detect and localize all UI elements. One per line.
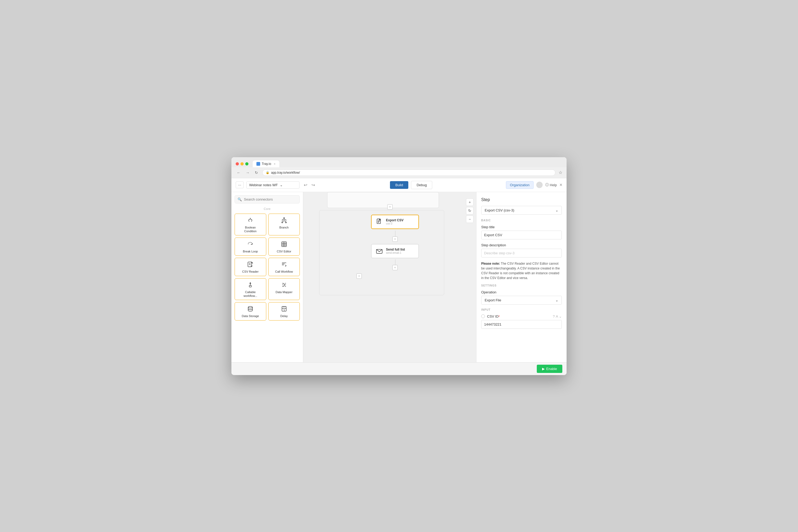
search-box[interactable]: 🔍 <box>234 195 300 204</box>
svg-rect-4 <box>282 242 286 247</box>
connector-card-data-storage[interactable]: Data Storage <box>234 302 266 320</box>
connector-card-call-workflow[interactable]: Call Workflow <box>268 258 300 276</box>
help-icon: ⓘ <box>545 183 549 187</box>
data-storage-label: Data Storage <box>242 314 259 318</box>
branch-label: Branch <box>279 226 289 229</box>
bookmark-button[interactable]: ☆ <box>558 170 562 175</box>
zoom-in-button[interactable]: + <box>466 198 474 206</box>
connector-grid: BooleanCondition Branch <box>234 214 300 321</box>
canvas-area[interactable]: + Export CSV csv-3 <box>303 192 476 362</box>
traffic-lights <box>236 162 248 166</box>
core-section-label: Core <box>234 207 300 210</box>
maximize-traffic-light[interactable] <box>245 162 248 166</box>
refresh-button[interactable]: ↻ <box>254 170 259 175</box>
search-input[interactable] <box>244 197 297 201</box>
connector-card-break-loop[interactable]: Break Loop <box>234 238 266 255</box>
svg-point-0 <box>284 217 285 218</box>
address-bar: ← → ↻ 🔒 app.tray.io/workflow/ ☆ <box>231 167 567 178</box>
call-workflow-label: Call Workflow <box>275 270 293 273</box>
help-button[interactable]: ⓘ Help <box>545 183 557 187</box>
lock-icon: 🔒 <box>266 171 269 174</box>
csv-id-actions: ? A ⌄ <box>553 315 562 318</box>
basic-section-header: BASIC <box>481 219 562 222</box>
step-desc-input[interactable] <box>481 249 562 258</box>
url-text: app.tray.io/workflow/ <box>271 171 300 174</box>
callable-workflow-label: Callableworkflow... <box>244 290 257 298</box>
data-mapper-icon <box>280 281 288 289</box>
step-selected-value: Export CSV (csv-3) <box>484 208 514 212</box>
add-node-above[interactable]: + <box>387 204 393 210</box>
tab-favicon <box>256 162 260 166</box>
organization-button[interactable]: Organization <box>506 181 534 189</box>
operation-label: Operation <box>481 290 562 294</box>
sidebar: 🔍 Core BooleanCondition <box>231 192 303 362</box>
close-traffic-light[interactable] <box>236 162 239 166</box>
main-content: 🔍 Core BooleanCondition <box>231 192 567 362</box>
step-desc-label: Step description <box>481 243 562 247</box>
undo-button[interactable]: ↩ <box>302 182 309 189</box>
user-avatar <box>536 182 543 188</box>
workflow-name: Webinar notes WF <box>249 183 278 187</box>
note-text: Please note: The CSV Reader and CSV Edit… <box>481 261 562 280</box>
call-workflow-icon <box>280 261 288 268</box>
csv-id-help-icon[interactable]: ? <box>553 315 555 318</box>
svg-point-2 <box>285 222 286 223</box>
csv-id-radio[interactable] <box>481 315 485 318</box>
data-storage-icon <box>247 305 254 312</box>
debug-button[interactable]: Debug <box>411 181 432 189</box>
csv-reader-icon <box>247 261 254 268</box>
enable-label: Enable <box>546 367 557 371</box>
csv-id-input[interactable] <box>481 320 562 329</box>
break-loop-icon <box>247 241 254 248</box>
csv-id-row: CSV ID* ? A ⌄ <box>481 315 562 318</box>
break-loop-label: Break Loop <box>243 249 258 253</box>
connector-card-data-mapper[interactable]: Data Mapper <box>268 278 300 300</box>
zoom-out-button[interactable]: − <box>466 215 474 223</box>
input-section: INPUT CSV ID* ? A ⌄ <box>481 308 562 331</box>
browser-tab[interactable]: Tray.io × <box>253 160 279 167</box>
boolean-condition-icon <box>247 216 254 224</box>
csv-editor-label: CSV Editor <box>277 249 291 253</box>
minimize-traffic-light[interactable] <box>241 162 244 166</box>
close-app-button[interactable]: × <box>560 182 563 188</box>
forward-button[interactable]: → <box>245 170 251 175</box>
menu-dots-button[interactable]: ··· <box>236 182 244 188</box>
bottom-bar: ▶ Enable <box>231 362 567 375</box>
search-icon: 🔍 <box>238 197 242 201</box>
svg-rect-15 <box>282 306 286 311</box>
back-button[interactable]: ← <box>236 170 242 175</box>
svg-point-14 <box>248 306 252 308</box>
svg-rect-12 <box>249 285 251 287</box>
csv-reader-label: CSV Reader <box>242 270 259 273</box>
workflow-selector[interactable]: Webinar notes WF ⌄ <box>246 182 300 189</box>
operation-chevron-icon: ⌄ <box>555 298 558 302</box>
url-bar[interactable]: 🔒 app.tray.io/workflow/ <box>262 169 555 176</box>
right-panel: Step Export CSV (csv-3) ⌄ BASIC Step tit… <box>476 192 567 362</box>
connector-card-branch[interactable]: Branch <box>268 214 300 236</box>
build-button[interactable]: Build <box>390 181 408 189</box>
connector-card-delay[interactable]: Delay <box>268 302 300 320</box>
delay-icon <box>280 305 288 312</box>
step-title-input[interactable] <box>481 231 562 240</box>
chevron-down-icon: ⌄ <box>280 183 283 187</box>
play-icon: ▶ <box>542 367 545 371</box>
redo-button[interactable]: ↪ <box>310 182 317 189</box>
step-title-label: Step title <box>481 225 562 229</box>
branch-icon <box>280 216 288 224</box>
step-selector[interactable]: Export CSV (csv-3) ⌄ <box>481 206 562 215</box>
connector-card-csv-reader[interactable]: CSV Reader <box>234 258 266 276</box>
connector-card-boolean-condition[interactable]: BooleanCondition <box>234 214 266 236</box>
workflow-container <box>319 210 444 295</box>
connector-card-csv-editor[interactable]: CSV Editor <box>268 238 300 255</box>
zoom-refresh-button[interactable]: ↻ <box>466 207 474 214</box>
csv-id-type-icon[interactable]: A ⌄ <box>556 315 562 318</box>
csv-id-label: CSV ID* <box>487 315 551 318</box>
settings-section-header: SETTINGS <box>481 284 562 287</box>
tab-title: Tray.io <box>262 162 271 166</box>
csv-editor-icon <box>280 241 288 248</box>
enable-button[interactable]: ▶ Enable <box>537 365 562 373</box>
connector-card-callable-workflow[interactable]: Callableworkflow... <box>234 278 266 300</box>
operation-selector[interactable]: Export File ⌄ <box>481 296 562 305</box>
tab-close-button[interactable]: × <box>274 162 275 166</box>
data-mapper-label: Data Mapper <box>276 290 292 294</box>
